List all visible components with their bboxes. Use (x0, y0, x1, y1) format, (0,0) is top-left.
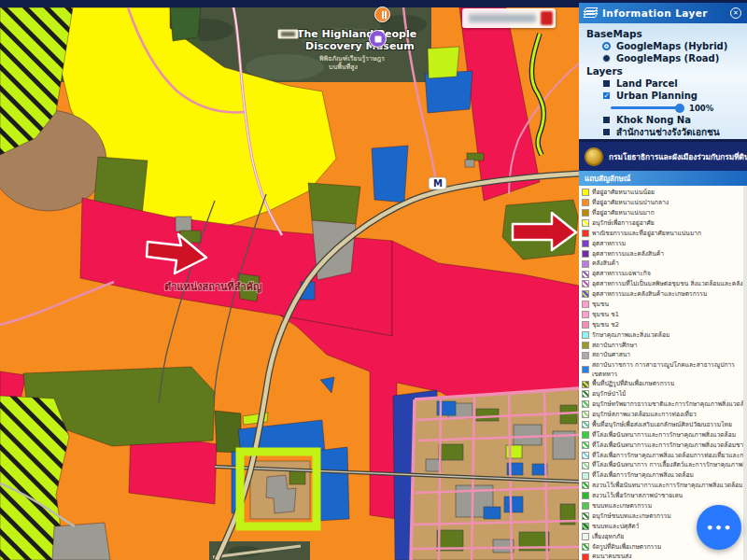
motorway-marker: M (429, 177, 446, 189)
basemap-option[interactable]: GoogleMaps (Hybrid) (586, 40, 747, 52)
legend-item: ชุมชน ช1 (579, 310, 747, 320)
legend-color-chip (582, 199, 589, 206)
museum-poi-pin[interactable] (369, 30, 387, 48)
legend-color-chip (582, 301, 589, 308)
legend-item-label: ที่โล่งเพื่อนันทนาการและการรักษาคุณภาพสิ… (592, 441, 744, 451)
legend-item-label: อนุรักษ์ชนบทและเกษตรกรรม (592, 511, 671, 522)
legend-item: อนุรักษ์ป่าไม้ (579, 389, 747, 399)
legend-item-label: ชนบทและปศุสัตว์ (592, 522, 639, 532)
legend-item-label: พื้นที่อนุรักษ์เพื่อส่งเสริมเอกลักษณ์ศิล… (592, 420, 732, 430)
layer-item[interactable]: Land Parcel (586, 77, 747, 90)
restaurant-poi-pin[interactable] (374, 7, 390, 22)
legend-item-label: สถาบันศาสนา (592, 350, 630, 360)
radio-icon[interactable] (602, 54, 611, 63)
basemap-option[interactable]: GoogleMaps (Road) (586, 52, 747, 64)
legend-item-label: สถาบันการศึกษา (592, 341, 638, 351)
checkbox-icon[interactable] (602, 128, 611, 136)
legend-item-label: ที่โล่งเพื่อนันทนาการ การเลี้ยงสัตว์และก… (592, 460, 744, 470)
information-layer-header: Information Layer ✕ (579, 3, 747, 23)
legend-color-chip (582, 400, 589, 408)
legend-scrollbar[interactable] (743, 186, 747, 560)
legend-item: ชุมชน (579, 300, 747, 310)
legend-color-chip (582, 543, 589, 551)
legend-item: ที่อยู่อาศัยหนาแน่นมาก (579, 208, 747, 218)
legend-item-label: จัดรูปที่ดินเพื่อเกษตรกรรม (592, 542, 661, 553)
legend-item-label: อนุรักษ์ป่าไม้ (592, 389, 626, 399)
opacity-slider-row: 100% (586, 102, 747, 114)
legend-color-chip (582, 533, 589, 540)
legend-item: อุตสาหกรรมและคลังสินค้าและเกษตรกรรม (579, 289, 747, 300)
legend-item-label: อนุรักษ์ทรัพยากรธรรมชาติและการรักษาคุณภา… (592, 399, 744, 410)
layer-item[interactable]: สำนักงานช่างรังวัดเอกชน (586, 126, 747, 138)
opacity-slider[interactable] (611, 106, 684, 109)
svg-text:M: M (433, 178, 443, 189)
radio-icon[interactable] (602, 42, 611, 50)
layer-item-label: Urban Planning (616, 91, 698, 101)
legend-item: พื้นที่ปฏิรูปที่ดินเพื่อเกษตรกรรม (579, 379, 747, 389)
legend-item: อุตสาหกรรม (579, 238, 747, 248)
map-search-box[interactable] (462, 8, 556, 28)
legend-list: ที่อยู่อาศัยหนาแน่นน้อยที่อยู่อาศัยหนาแน… (579, 186, 747, 560)
legend-color-chip (582, 462, 589, 469)
legend-item: ที่โล่งเพื่อนันทนาการ การเลี้ยงสัตว์และก… (579, 460, 747, 470)
basemaps-label: BaseMaps (586, 27, 747, 40)
legend-item-label: อนุรักษ์เพื่อการอยู่อาศัย (592, 218, 655, 229)
checkbox-icon[interactable] (602, 79, 611, 88)
map-canvas[interactable]: The Highland People Discovery Museum พิพ… (0, 0, 579, 560)
legend-color-chip (582, 452, 589, 459)
legend-item: อุตสาหกรรมที่ไม่เป็นมลพิษต่อชุมชน สิ่งแว… (579, 279, 747, 289)
legend-item-label: ที่โล่งเพื่อการรักษาคุณภาพสิ่งแวดล้อมการ… (592, 451, 744, 461)
legend-color-chip (582, 311, 589, 318)
legend-item-label: ที่อยู่อาศัยหนาแน่นน้อย (592, 188, 655, 198)
legend-item: ที่อยู่อาศัยหนาแน่นปานกลาง (579, 198, 747, 208)
agency-emblem-logo (585, 147, 603, 166)
legend-color-chip (582, 230, 589, 237)
legend-item-label: อุตสาหกรรมและคลังสินค้าและเกษตรกรรม (592, 289, 707, 300)
legend-item-label: สงวนไว้เพื่อรักษาสภาพป่าชายเลน (592, 491, 683, 501)
panel-title: Information Layer (602, 7, 730, 19)
checkbox-icon[interactable] (602, 116, 611, 124)
search-action-button[interactable] (541, 11, 553, 25)
legend-color-chip (582, 342, 589, 349)
legend-color-chip (582, 390, 589, 398)
legend-color-chip (582, 431, 589, 439)
legend-title: แถบสัญลักษณ์ (585, 173, 630, 185)
legend-item: ที่โล่งเพื่อการรักษาคุณภาพสิ่งแวดล้อม (579, 470, 747, 481)
legend-item-label: ที่อยู่อาศัยหนาแน่นปานกลาง (592, 198, 669, 208)
legend-color-chip (582, 219, 589, 227)
legend-color-chip (582, 512, 589, 520)
agency-banner-text: กรมโยธาธิการและผังเมืองร่วมกับกรมที่ดิน (609, 150, 747, 163)
urban-planning-map[interactable]: The Highland People Discovery Museum พิพ… (0, 0, 579, 560)
redacted-route-number (281, 32, 295, 36)
layer-item-label: สำนักงานช่างรังวัดเอกชน (616, 125, 720, 139)
basemap-option-label: GoogleMaps (Road) (616, 53, 719, 63)
legend-item: พื้นที่อนุรักษ์เพื่อส่งเสริมเอกลักษณ์ศิล… (579, 420, 747, 430)
panel-body: BaseMaps GoogleMaps (Hybrid)GoogleMaps (… (579, 23, 747, 139)
legend-color-chip (582, 240, 589, 247)
checkbox-icon[interactable]: ✓ (602, 91, 611, 100)
museum-sublabel-line1: พิพิธภัณฑ์เรียนรู้ราษฎร (319, 55, 385, 63)
close-icon[interactable]: ✕ (730, 7, 741, 19)
slider-thumb[interactable] (675, 104, 684, 113)
legend-item-label: อุตสาหกรรมที่ไม่เป็นมลพิษต่อชุมชน สิ่งแว… (592, 279, 744, 289)
legend-item: สถาบันศาสนา (579, 350, 747, 360)
legend-item: สงวนไว้เพื่อนันทนาการและการรักษาคุณภาพสิ… (579, 481, 747, 491)
legend-item-label: ชุมชน (592, 300, 609, 310)
legend-item: สงวนไว้เพื่อรักษาสภาพป่าชายเลน (579, 491, 747, 501)
agency-banner: กรมโยธาธิการและผังเมืองร่วมกับกรมที่ดิน (579, 142, 747, 171)
legend-color-chip (582, 321, 589, 329)
more-actions-fab[interactable]: ••• (697, 505, 741, 550)
legend-item-label: ชุมชน ช1 (592, 310, 619, 320)
legend-item-label: คลังสินค้า (592, 259, 619, 269)
legend-item-label: อุตสาหกรรมเฉพาะกิจ (592, 269, 651, 279)
layer-item[interactable]: ✓Urban Planning (586, 90, 747, 102)
legend-color-chip (582, 280, 589, 287)
food-icon (382, 10, 384, 19)
legend-item-label: คมนาคมขนส่ง (592, 552, 632, 560)
legend-color-chip (582, 502, 589, 510)
basemap-list: GoogleMaps (Hybrid)GoogleMaps (Road) (586, 40, 747, 64)
legend-color-chip (582, 523, 589, 530)
legend-item: ที่โล่งเพื่อนันทนาการและการรักษาคุณภาพสิ… (579, 430, 747, 441)
legend-color-chip (582, 250, 589, 258)
legend-item: ที่โล่งเพื่อการรักษาคุณภาพสิ่งแวดล้อมการ… (579, 450, 747, 460)
